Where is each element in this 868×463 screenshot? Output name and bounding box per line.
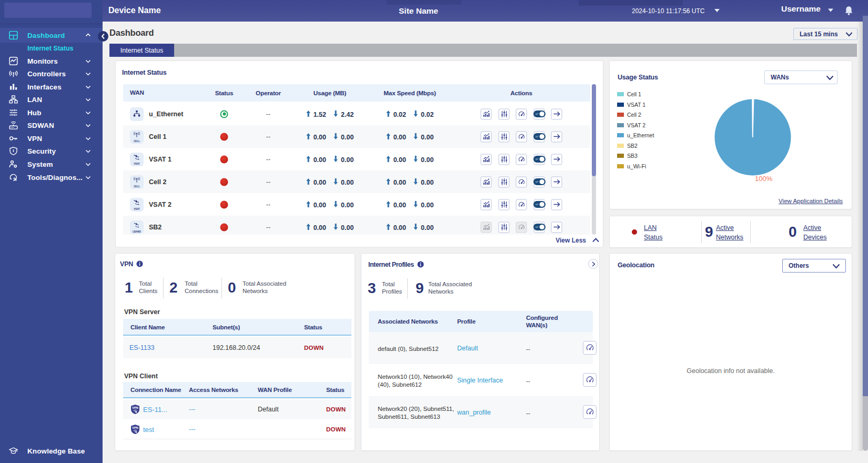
svg-text:VPN: VPN (132, 426, 138, 429)
svg-text:VPN: VPN (132, 406, 138, 409)
